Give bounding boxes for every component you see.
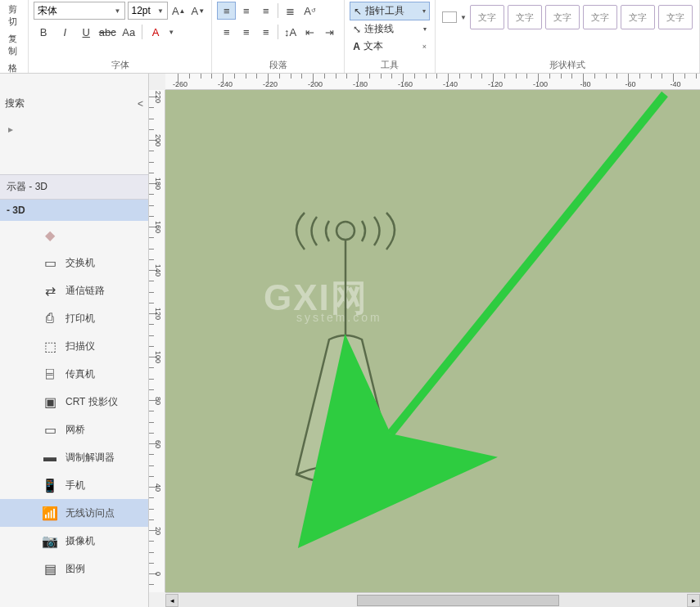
bullets-button[interactable]: ≣	[281, 2, 300, 20]
shapes-panel: < 搜索 ▸ 示器 - 3D - 3D ◆▭交换机⇄通信链路⎙打印机⬚扫描仪⌸传…	[0, 74, 149, 607]
align-left-button[interactable]: ≡	[217, 23, 236, 41]
font-color-caret[interactable]: ▼	[167, 29, 175, 36]
category-3d[interactable]: - 3D	[0, 199, 148, 221]
printer-icon: ⎙	[41, 311, 59, 326]
style-thumb-3[interactable]: 文字	[545, 5, 580, 29]
bold-button[interactable]: B	[34, 23, 53, 41]
align-center-button[interactable]: ≡	[237, 23, 255, 41]
ruler-tick: -200	[313, 74, 314, 82]
shape-item-top[interactable]: ◆	[0, 221, 148, 249]
shape-item-label: 扫描仪	[65, 339, 95, 353]
style-group-label: 形状样式	[440, 57, 694, 73]
crt-icon: ▣	[41, 394, 59, 409]
shape-item-bridge[interactable]: ▭网桥	[0, 416, 148, 443]
ruler-tick: -180	[358, 74, 359, 82]
style-thumb-1[interactable]: 文字	[470, 5, 504, 29]
ruler-vertical: 220200180160140120100806040200	[149, 90, 165, 592]
style-thumb-6[interactable]: 文字	[658, 5, 693, 29]
ribbon: 剪切 复制 格式刷 板 宋体 ▼ 12pt ▼ A▲ A▼ B I U abc …	[0, 0, 700, 74]
shrink-font-button[interactable]: A▼	[190, 2, 207, 20]
shape-item-label: 传真机	[65, 367, 95, 381]
grow-font-button[interactable]: A▲	[170, 2, 187, 20]
ribbon-group-clipboard: 剪切 复制 格式刷 板	[0, 0, 29, 73]
shape-item-phone[interactable]: 📱手机	[0, 471, 148, 499]
shape-item-label: 手机	[65, 479, 85, 492]
change-case-button[interactable]: Aa	[119, 23, 138, 41]
cursor-icon: ↖	[354, 6, 362, 17]
align-top-left-button[interactable]: ≡	[217, 2, 236, 20]
modem-icon: ▬	[41, 450, 59, 465]
diamond-icon: ◆	[41, 227, 59, 242]
scroll-track[interactable]	[179, 594, 686, 607]
ruler-tick: 180	[149, 183, 157, 184]
style-thumb-4[interactable]: 文字	[583, 5, 617, 29]
fill-none-button[interactable]	[442, 11, 457, 23]
ruler-tick: -260	[178, 74, 178, 82]
scroll-thumb[interactable]	[357, 595, 560, 606]
font-name-value: 宋体	[38, 4, 57, 18]
font-color-button[interactable]: A	[146, 23, 165, 41]
shape-item-modem[interactable]: ▬调制解调器	[0, 443, 148, 471]
separator	[278, 3, 278, 18]
wireless-access-point-shape[interactable]	[255, 172, 468, 499]
underline-button[interactable]: U	[76, 23, 96, 41]
ribbon-group-shape-style: ▼ 文字 文字 文字 文字 文字 文字 形状样式	[436, 0, 700, 73]
ruler-tick: 220	[149, 97, 157, 97]
shape-item-legend[interactable]: ▤图例	[0, 555, 148, 582]
font-size-select[interactable]: 12pt ▼	[128, 2, 168, 20]
scroll-left-button[interactable]: ◂	[165, 594, 178, 607]
shape-item-label: 交换机	[65, 256, 95, 270]
clear-format-button[interactable]: A↺	[300, 2, 319, 20]
text-direction-button[interactable]: ↕A	[281, 23, 300, 41]
indent-dec-button[interactable]: ⇤	[300, 23, 319, 41]
style-thumb-5[interactable]: 文字	[621, 5, 655, 29]
switch-icon: ▭	[41, 255, 59, 270]
pointer-tool-button[interactable]: ↖ 指针工具 ▾	[350, 2, 430, 20]
caret-icon[interactable]: ▼	[460, 14, 467, 21]
drawing-canvas[interactable]: GXI网 system.com	[165, 90, 700, 592]
cut-button[interactable]: 剪切	[5, 2, 23, 29]
shape-item-link[interactable]: ⇄通信链路	[0, 277, 148, 304]
align-top-center-button[interactable]: ≡	[237, 2, 255, 20]
horizontal-scrollbar[interactable]: ◂ ▸	[165, 592, 700, 607]
scroll-right-button[interactable]: ▸	[687, 594, 700, 607]
shape-item-scanner[interactable]: ⬚扫描仪	[0, 332, 148, 360]
connector-tool-label: 连接线	[364, 22, 394, 36]
shape-item-printer[interactable]: ⎙打印机	[0, 304, 148, 332]
phone-icon: 📱	[41, 478, 59, 492]
link-icon: ⇄	[41, 283, 59, 298]
shape-list: ◆▭交换机⇄通信链路⎙打印机⬚扫描仪⌸传真机▣CRT 投影仪▭网桥▬调制解调器📱…	[0, 221, 148, 607]
ruler-tick: -160	[403, 74, 404, 82]
ruler-tick: 20	[149, 530, 157, 531]
ruler-tick: 60	[149, 443, 157, 444]
shape-item-label: 摄像机	[65, 534, 95, 548]
shape-item-fax[interactable]: ⌸传真机	[0, 360, 148, 388]
ruler-tick: -120	[493, 74, 494, 82]
shape-item-wap[interactable]: 📶无线访问点	[0, 499, 148, 527]
italic-button[interactable]: I	[55, 23, 75, 41]
ribbon-group-tools: ↖ 指针工具 ▾ ⤡ 连接线 ▾ A 文本 × 工具	[345, 0, 436, 73]
caret-icon: ▼	[115, 7, 121, 15]
text-tool-button[interactable]: A 文本 ×	[350, 38, 430, 55]
shape-item-label: 图例	[65, 562, 85, 576]
expand-icon[interactable]: ▸	[0, 117, 148, 142]
connector-tool-button[interactable]: ⤡ 连接线 ▾	[350, 20, 430, 38]
category-indicators-3d[interactable]: 示器 - 3D	[0, 174, 148, 199]
font-name-select[interactable]: 宋体 ▼	[34, 2, 124, 20]
ruler-tick: -60	[628, 74, 629, 82]
align-top-right-button[interactable]: ≡	[256, 2, 275, 20]
scanner-icon: ⬚	[41, 339, 59, 353]
caret-icon: ▼	[157, 7, 164, 15]
shape-item-switch[interactable]: ▭交换机	[0, 249, 148, 277]
shape-item-camera[interactable]: 📷摄像机	[0, 527, 148, 555]
shape-item-label: 无线访问点	[65, 506, 115, 520]
shape-item-crt[interactable]: ▣CRT 投影仪	[0, 388, 148, 416]
panel-collapse-button[interactable]: <	[0, 97, 148, 116]
copy-button[interactable]: 复制	[5, 31, 23, 59]
style-thumb-2[interactable]: 文字	[508, 5, 542, 29]
align-right-button[interactable]: ≡	[256, 23, 275, 41]
ribbon-group-paragraph: ≡ ≡ ≡ ≣ A↺ ≡ ≡ ≡ ↕A ⇤ ⇥ 段落	[212, 0, 345, 73]
indent-inc-button[interactable]: ⇥	[320, 23, 339, 41]
canvas-area: -260-240-220-200-180-160-140-120-100-80-…	[149, 74, 700, 607]
strikethrough-button[interactable]: abc	[97, 23, 117, 41]
